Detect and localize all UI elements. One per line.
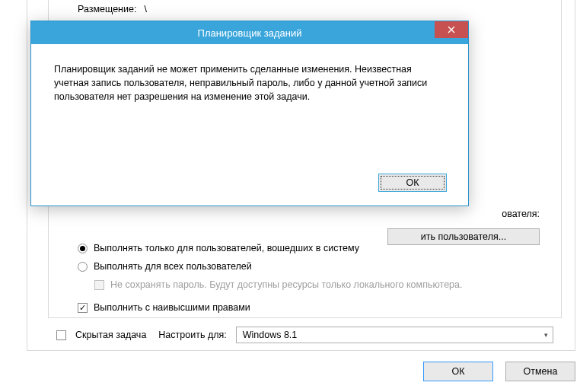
error-dialog-body: Планировщик заданий не может применить с… bbox=[31, 44, 468, 174]
chevron-down-icon: ▾ bbox=[544, 331, 548, 339]
error-dialog-title: Планировщик заданий bbox=[198, 27, 302, 39]
user-account-row: ователя: bbox=[502, 209, 540, 219]
close-icon bbox=[448, 26, 455, 33]
root: Размещение: \ ователя: ить пользователя.… bbox=[0, 0, 580, 392]
placement-value: \ bbox=[144, 4, 146, 14]
placement-label: Размещение: bbox=[78, 4, 136, 14]
no-store-password-row: Не сохранять пароль. Будут доступны ресу… bbox=[94, 277, 540, 292]
user-account-label-fragment: ователя: bbox=[502, 209, 540, 219]
run-highest-row[interactable]: Выполнить с наивысшими правами bbox=[78, 300, 540, 315]
error-dialog-titlebar[interactable]: Планировщик заданий bbox=[31, 21, 468, 44]
cancel-button[interactable]: Отмена bbox=[505, 362, 575, 381]
configure-for-select[interactable]: Windows 8.1 ▾ bbox=[236, 327, 553, 343]
configure-row: Скрытая задача Настроить для: Windows 8.… bbox=[56, 326, 553, 344]
configure-for-value: Windows 8.1 bbox=[243, 330, 298, 340]
checkbox-hidden-task[interactable] bbox=[56, 330, 66, 340]
hidden-task-label: Скрытая задача bbox=[75, 330, 146, 340]
error-ok-button[interactable]: ОК bbox=[378, 174, 447, 192]
checkbox-run-highest[interactable] bbox=[78, 303, 88, 313]
radio-all-users[interactable] bbox=[78, 262, 88, 272]
no-store-password-label: Не сохранять пароль. Будут доступны ресу… bbox=[110, 279, 462, 290]
run-highest-label: Выполнить с наивысшими правами bbox=[94, 302, 250, 313]
error-dialog: Планировщик заданий Планировщик заданий … bbox=[30, 21, 469, 206]
dialog-footer: ОК Отмена bbox=[423, 360, 575, 383]
radio-logged-in[interactable] bbox=[78, 244, 88, 253]
run-only-logged-in-row[interactable]: Выполнять только для пользователей, воше… bbox=[78, 241, 540, 256]
checkbox-no-store-password bbox=[94, 280, 104, 290]
close-button[interactable] bbox=[435, 21, 468, 38]
error-dialog-footer: ОК bbox=[31, 174, 468, 206]
error-message: Планировщик заданий не может применить с… bbox=[54, 64, 427, 102]
ok-button[interactable]: ОК bbox=[423, 362, 493, 381]
radio-all-users-label: Выполнять для всех пользователей bbox=[94, 261, 252, 272]
configure-for-label: Настроить для: bbox=[158, 330, 226, 340]
run-all-users-row[interactable]: Выполнять для всех пользователей bbox=[78, 259, 540, 274]
placement-row: Размещение: \ bbox=[78, 2, 540, 17]
radio-logged-in-label: Выполнять только для пользователей, воше… bbox=[94, 243, 359, 253]
